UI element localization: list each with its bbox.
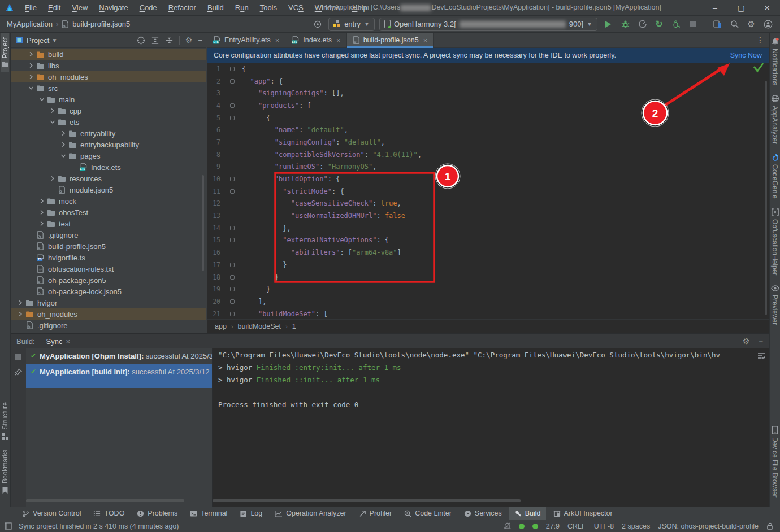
toolwindow-button-arkui-inspector[interactable]: ArkUI Inspector (548, 507, 618, 520)
tool-strip-bookmarks[interactable]: Bookmarks (1, 445, 9, 499)
code-line-2[interactable]: 2 "app": { (207, 75, 769, 88)
project-tree-scrollbar[interactable] (202, 175, 204, 271)
tree-item-oh-package-json5[interactable]: oh-package.json5 (11, 274, 206, 286)
sync-project-button[interactable]: ↻ (653, 18, 665, 30)
code-line-12[interactable]: 12 "caseSensitiveCheck": true, (207, 198, 769, 210)
code-line-1[interactable]: 1{ (207, 63, 769, 75)
menu-tools[interactable]: Tools (255, 1, 281, 14)
editor-scrollbar[interactable] (765, 81, 767, 315)
tree-item-libs[interactable]: libs (11, 60, 206, 71)
tree-item-mock[interactable]: mock (11, 195, 206, 207)
chevron-down-icon[interactable] (58, 151, 68, 160)
account-icon[interactable] (762, 18, 774, 30)
tool-strip-appanalyzer[interactable]: AppAnalyzer (771, 90, 779, 149)
build-event-row[interactable]: ✔MyApplication [Ohpm Install]: successfu… (26, 348, 212, 364)
build-console[interactable]: "C:\Program Files\Huawei\DevEco Studio\t… (213, 348, 769, 507)
toolwindow-button-version-control[interactable]: Version Control (17, 507, 86, 520)
toolwindow-button-services[interactable]: Services (459, 507, 507, 520)
file-type[interactable]: JSON: ohos-project-build-profile (658, 522, 759, 530)
attach-debugger-button[interactable] (670, 18, 682, 30)
build-list-hscrollbar[interactable] (26, 499, 184, 502)
device-manager-icon[interactable] (711, 18, 723, 30)
chevron-down-icon[interactable] (26, 84, 36, 93)
lock-icon[interactable] (766, 522, 773, 530)
tree-item-oh-package-lock-json5[interactable]: oh-package-lock.json5 (11, 286, 206, 297)
code-line-18[interactable]: 18 } (207, 271, 769, 284)
device-selector[interactable]: OpenHarmony 3.2[ 900] ▼ (379, 18, 597, 31)
menu-code[interactable]: Code (135, 1, 162, 14)
fold-marker[interactable] (223, 79, 242, 84)
tool-strip-notifications[interactable]: Notifications (771, 33, 779, 90)
target-locate-icon[interactable] (311, 18, 324, 30)
stop-button[interactable] (687, 18, 699, 30)
code-line-11[interactable]: 11 "strictMode": { (207, 185, 769, 198)
tree-item-ohostest[interactable]: ohosTest (11, 207, 206, 218)
menu-edit[interactable]: Edit (44, 1, 65, 14)
menu-navigate[interactable]: Navigate (94, 1, 132, 14)
hide-panel-icon[interactable]: − (198, 36, 202, 45)
close-icon[interactable]: × (275, 36, 280, 45)
code-line-3[interactable]: 3 "signingConfigs": [], (207, 87, 769, 99)
build-settings-gear-icon[interactable]: ⚙ (743, 337, 750, 346)
tree-item-oh-modules[interactable]: oh_modules (11, 71, 206, 82)
toolwindow-button-profiler[interactable]: Profiler (354, 507, 397, 520)
code-line-4[interactable]: 4 "products": [ (207, 99, 769, 112)
editor-breadcrumb-app[interactable]: app (215, 322, 227, 330)
menu-run[interactable]: Run (231, 1, 253, 14)
status-message[interactable]: Sync project finished in 2 s 410 ms (4 m… (19, 522, 179, 530)
tool-strip-project[interactable]: Project (1, 33, 9, 72)
search-everywhere-icon[interactable] (728, 18, 740, 30)
close-icon[interactable]: × (66, 337, 70, 346)
tree-item-src[interactable]: src (11, 82, 206, 94)
tree-item-cpp[interactable]: cpp (11, 105, 206, 116)
chevron-right-icon[interactable] (26, 72, 36, 81)
settings-gear-icon[interactable]: ⚙ (745, 18, 757, 30)
pin-icon[interactable] (15, 368, 22, 376)
tree-item--gitignore[interactable]: .gitignore (11, 320, 206, 331)
tree-item-pages[interactable]: pages (11, 150, 206, 162)
expand-all-icon[interactable] (151, 36, 159, 45)
tree-item-build[interactable]: build (11, 49, 206, 60)
tool-strip-obfuscationhelper[interactable]: ObfuscationHelper (771, 203, 779, 280)
status-green-indicator-2[interactable] (532, 524, 538, 529)
code-line-10[interactable]: 10 "buildOption": { (207, 173, 769, 185)
hide-build-panel-icon[interactable]: − (759, 337, 763, 346)
tree-item-index-ets[interactable]: ETSIndex.ets (11, 162, 206, 173)
toolwindow-button-todo[interactable]: TODO (88, 507, 129, 520)
caret-position[interactable]: 27:9 (546, 522, 560, 530)
code-line-15[interactable]: 15 "externalNativeOptions": { (207, 234, 769, 247)
tree-item-main[interactable]: main (11, 94, 206, 105)
editor-breadcrumb-buildModeSet[interactable]: buildModeSet (238, 322, 281, 330)
fold-marker[interactable] (223, 103, 242, 108)
close-icon[interactable]: × (336, 36, 341, 45)
project-panel-title[interactable]: Project (27, 36, 49, 45)
toolwindow-button-build[interactable]: Build (509, 507, 546, 520)
fold-marker[interactable] (223, 312, 242, 316)
profile-button[interactable] (636, 18, 648, 30)
fold-marker[interactable] (223, 116, 242, 120)
code-line-14[interactable]: 14 }, (207, 222, 769, 234)
code-line-16[interactable]: 16 "abiFilters": ["arm64-v8a"] (207, 246, 769, 259)
code-line-21[interactable]: 21 "buildModeSet": [ (207, 308, 769, 319)
run-button[interactable] (602, 18, 614, 30)
toolwindow-button-terminal[interactable]: Terminal (185, 507, 232, 520)
editor-tab-index-ets[interactable]: ETSIndex.ets× (285, 33, 346, 47)
code-line-7[interactable]: 7 "signingConfig": "default", (207, 136, 769, 149)
fold-marker[interactable] (223, 67, 242, 71)
fold-marker[interactable] (223, 226, 242, 230)
chevron-right-icon[interactable] (26, 61, 36, 70)
soft-wrap-icon[interactable] (757, 352, 765, 360)
toolwindow-button-log[interactable]: Log (235, 507, 267, 520)
tool-window-toggle-icon[interactable] (5, 522, 12, 530)
chevron-right-icon[interactable] (47, 174, 57, 183)
line-ending[interactable]: CRLF (567, 522, 586, 530)
menu-view[interactable]: View (67, 1, 92, 14)
editor-tab-build-profile-json5[interactable]: build-profile.json5× (347, 33, 434, 47)
maximize-button[interactable]: ▢ (728, 0, 754, 16)
fold-marker[interactable] (223, 177, 242, 181)
indent-setting[interactable]: 2 spaces (622, 522, 650, 530)
tree-item-hvigor[interactable]: hvigor (11, 297, 206, 308)
editor-tab-entryability-ets[interactable]: ETSEntryAbility.ets× (207, 33, 285, 47)
build-console-hscrollbar[interactable] (213, 499, 521, 502)
file-encoding[interactable]: UTF-8 (594, 522, 614, 530)
